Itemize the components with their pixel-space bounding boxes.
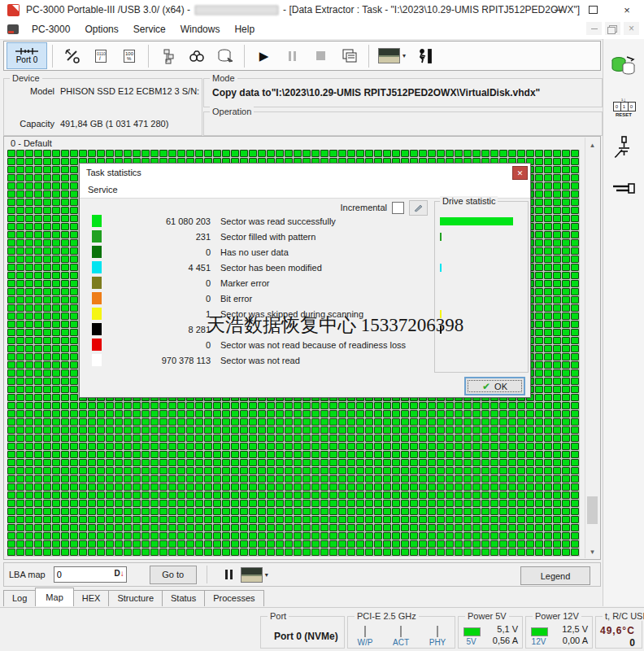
play-icon: ▶ — [259, 50, 269, 62]
scroll-down-icon[interactable]: ▾ — [585, 544, 599, 558]
view-tabs: Log Map HEX Structure Status Processes — [3, 588, 601, 606]
power12v-led-label: 12V — [531, 637, 546, 646]
dialog-menu-service[interactable]: Service — [88, 185, 118, 194]
pcie-group-label: PCI-E 2.5 GHz — [355, 611, 419, 621]
statistic-value: 61 080 203 — [108, 216, 211, 226]
pause-icon — [289, 51, 296, 61]
log-button[interactable]: 0110i — [86, 43, 115, 68]
copy-data-button[interactable] — [608, 52, 639, 81]
reset-button[interactable]: ¹↓ 010 RESET — [608, 93, 639, 122]
terminal-connector-icon — [611, 182, 636, 195]
minimize-button[interactable] — [542, 0, 576, 20]
statistic-value: 231 — [108, 232, 211, 242]
power5v-led — [463, 627, 481, 636]
port-value: Port 0 (NVMe) — [274, 631, 338, 642]
chevron-down-icon: ▾ — [402, 52, 406, 59]
map-pause-button[interactable] — [225, 570, 233, 579]
menu-options[interactable]: Options — [77, 21, 125, 37]
log-scroll-icon: 0110i — [94, 48, 108, 64]
terminal-button[interactable] — [608, 174, 639, 203]
dialog-close-button[interactable]: ✕ — [512, 166, 528, 180]
running-man-exit-icon — [416, 49, 433, 63]
scale-button[interactable]: 100% — [115, 43, 143, 68]
menu-help[interactable]: Help — [227, 21, 262, 37]
report-button[interactable] — [335, 43, 363, 68]
incremental-checkbox[interactable] — [392, 202, 404, 214]
statistic-bar — [440, 233, 442, 241]
lba-input[interactable] — [54, 569, 111, 580]
svg-text:%: % — [127, 56, 132, 61]
tab-structure[interactable]: Structure — [108, 590, 163, 606]
phy-led — [437, 626, 438, 637]
redacted-title-segment — [194, 5, 279, 15]
statistic-label: Bit error — [220, 294, 252, 304]
disk-export-button[interactable] — [211, 43, 239, 68]
mode-group: Mode Copy data to"I:\2023\10.29-UMIS RPI… — [203, 78, 603, 107]
menu-pc3000[interactable]: PC-3000 — [24, 21, 77, 37]
status-color-chip — [92, 246, 102, 258]
menu-service[interactable]: Service — [126, 21, 173, 37]
tab-hex[interactable]: HEX — [73, 590, 110, 606]
reset-bits-icon: 010 — [613, 102, 635, 111]
map-style-preview[interactable] — [241, 567, 263, 583]
toolbar-separator — [368, 45, 369, 68]
statistic-row: 4 451 Sector has been modified — [80, 260, 428, 275]
start-button[interactable]: ▶ — [250, 43, 278, 68]
bar-row — [440, 229, 521, 244]
mdi-minimize-button[interactable] — [586, 22, 602, 35]
map-vertical-scrollbar[interactable]: ▴ ▾ — [585, 138, 599, 558]
mode-group-label: Mode — [210, 73, 237, 83]
port0-button[interactable]: Port 0 — [7, 42, 47, 69]
utilities-button[interactable] — [58, 43, 86, 68]
pause-button[interactable] — [278, 43, 307, 68]
exit-task-button[interactable] — [410, 43, 438, 68]
statistic-row: 0 Marker error — [80, 275, 428, 291]
chevron-down-icon[interactable]: ▾ — [265, 571, 268, 579]
power12v-group: Power 12V 12V 12,5 V 0,00 A — [525, 616, 593, 649]
tab-status[interactable]: Status — [162, 590, 205, 606]
copy-disk-icon — [611, 55, 637, 78]
mode-text: Copy data to"I:\2023\10.29-UMIS RPITJ512… — [212, 87, 540, 98]
tab-map[interactable]: Map — [35, 588, 73, 606]
device-group-label: Device — [10, 73, 42, 83]
percent-document-icon: 100% — [122, 48, 137, 64]
legend-button[interactable]: Legend — [520, 566, 590, 585]
ok-button[interactable]: ✔ OK — [464, 377, 525, 395]
power12v-volts: 12,5 V — [562, 624, 588, 634]
map-view-button[interactable]: ▾ — [374, 43, 410, 68]
menu-windows[interactable]: Windows — [173, 21, 228, 37]
jumper-icon — [614, 136, 633, 160]
statistic-value: 0 — [108, 278, 211, 288]
structure-icon — [161, 48, 176, 64]
app-window: PC-3000 Portable-III /USB 3.0/ (x64) - -… — [0, 0, 644, 651]
operation-group-label: Operation — [210, 107, 254, 116]
toolbar-separator — [52, 45, 53, 68]
tab-processes[interactable]: Processes — [204, 590, 263, 606]
close-button[interactable]: × — [610, 0, 644, 20]
statistic-value: 0 — [108, 340, 211, 350]
status-color-chip — [92, 277, 102, 289]
goto-button[interactable]: Go to — [150, 566, 197, 584]
capacity-value: 491,84 GB (1 031 471 280) — [60, 119, 168, 129]
statistic-label: Marker error — [220, 278, 270, 288]
bar-row — [440, 291, 521, 306]
port0-label: Port 0 — [16, 55, 38, 64]
tab-log[interactable]: Log — [3, 590, 36, 606]
lba-dec-icon[interactable]: D↓ — [114, 569, 124, 578]
stop-button[interactable] — [307, 43, 335, 68]
power-control-button[interactable] — [608, 133, 639, 163]
statistic-row: 0 Bit error — [80, 291, 428, 306]
mdi-restore-button[interactable] — [605, 22, 620, 35]
mdi-close-button[interactable]: × — [624, 22, 639, 35]
search-button[interactable] — [182, 43, 211, 68]
statistic-label: Sector was not read — [220, 356, 300, 365]
status-color-chip — [92, 323, 102, 335]
scrollbar-thumb[interactable] — [587, 496, 598, 524]
power12v-amps: 0,00 A — [563, 636, 588, 645]
status-color-chip — [92, 339, 102, 351]
scroll-up-icon[interactable]: ▴ — [585, 138, 599, 151]
statistic-value: 1 — [108, 309, 211, 319]
structure-button[interactable] — [154, 43, 182, 68]
maximize-button[interactable] — [576, 0, 610, 20]
device-capacity-row: Capacity 491,84 GB (1 031 471 280) — [4, 119, 202, 129]
